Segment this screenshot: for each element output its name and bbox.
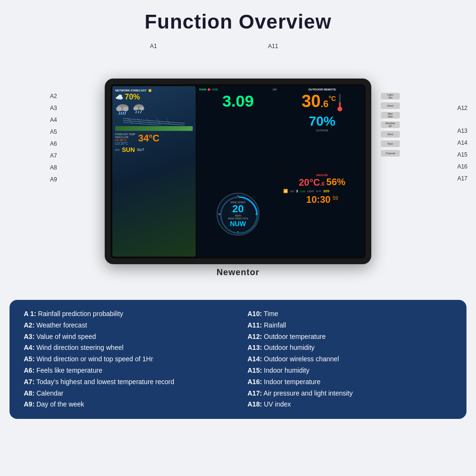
svg-line-5 <box>123 112 124 115</box>
info-item: A11: Rainfall <box>248 320 452 331</box>
alarm-label: Alarm <box>387 104 394 107</box>
indoor-temp-decimal: .6 <box>320 181 324 187</box>
device-screen: NETWORK FORECAST 📶 ☁️ 70% <box>110 84 366 258</box>
info-id: A6: <box>24 367 35 374</box>
info-id: A15: <box>248 367 262 374</box>
forecast-header: NETWORK FORECAST 📶 <box>115 89 193 92</box>
annotation-a15: A15 <box>457 151 467 158</box>
light-set-button[interactable]: Light Set <box>381 93 400 99</box>
rain-header: RAIN 🔴 NOW MM <box>199 88 277 91</box>
info-id: A17: <box>248 389 262 397</box>
uvi-value: 3 <box>296 189 298 193</box>
info-id: A2: <box>24 321 35 329</box>
annotation-a13: A13 <box>457 128 467 134</box>
date-value: 31/7 <box>137 148 144 152</box>
outdoor-temp: 30.6°C <box>301 93 336 110</box>
svg-line-11 <box>138 111 139 113</box>
light-value: 309 <box>323 189 329 193</box>
time-value: 10:30 <box>306 194 330 205</box>
annotation-a14: A14 <box>457 139 467 146</box>
info-id: A12: <box>248 333 262 340</box>
info-item: A 1: Rainfall prediction probability <box>24 308 228 320</box>
info-item: A15: Indoor humidity <box>248 365 452 377</box>
info-item: A16: Indoor temperature <box>248 377 452 388</box>
page-title: Function Overview <box>0 0 476 38</box>
indoor-temp: 20°C.6 <box>299 178 325 187</box>
svg-line-6 <box>125 112 126 115</box>
info-id: A13: <box>248 344 262 351</box>
network-forecast-label: NETWORK FORECAST <box>115 89 147 92</box>
info-item: A4: Wind direction steering wheel <box>24 342 228 354</box>
channel-button[interactable]: Channel <box>381 150 400 157</box>
annotation-a2: A2 <box>50 93 57 99</box>
info-id: A3: <box>24 333 35 340</box>
man-min-button[interactable]: Man /Min <box>381 112 400 119</box>
klux-label: KLUX <box>316 190 321 192</box>
weather-ap-label: Weather AP <box>386 122 396 128</box>
now-label: NOW <box>212 88 218 91</box>
annotation-a6: A6 <box>50 140 57 147</box>
lo-temp-val: 20°C <box>120 142 128 145</box>
svg-line-10 <box>136 111 137 113</box>
info-item: A2: Weather forecast <box>24 320 228 331</box>
weather-icons-row <box>115 103 193 115</box>
wind-compass: N S W E WIND SPEED 20 KM/H WIND DIR <box>217 193 259 236</box>
wind-button[interactable]: Wind <box>381 131 400 138</box>
info-item: A12: Outdoor temperature <box>248 331 452 343</box>
info-id: A10: <box>248 310 262 317</box>
man-min-label: Man /Min <box>388 112 393 118</box>
wind-center: WIND SPEED 20 KM/H WIND DIRECTION NUW <box>228 201 248 228</box>
device-buttons: Light Set Alarm Man /Min Weather AP Wind… <box>381 93 400 157</box>
annotation-a7: A7 <box>50 152 57 159</box>
info-id: A5: <box>24 355 35 363</box>
rain-section-label: RAIN <box>199 88 207 91</box>
outdoor-header: OUTDOOR REMOTE <box>283 88 361 91</box>
info-id: A14: <box>248 355 262 363</box>
indoor-temp-row: 20°C.6 56% <box>283 177 361 188</box>
svg-point-1 <box>116 107 122 111</box>
alarm-button[interactable]: Alarm <box>381 102 400 109</box>
svg-point-8 <box>133 107 138 110</box>
rain-drop-icon: 🔴 <box>208 88 210 91</box>
lo-temp: LO 20°C <box>115 142 135 145</box>
outdoor-temp-val: 30 <box>301 91 320 111</box>
wind-label: Wind <box>387 133 394 136</box>
info-id: A11: <box>248 321 262 329</box>
wind-rain-lines <box>115 117 193 125</box>
rain-section: RAIN 🔴 NOW MM 3.09 <box>197 86 280 171</box>
outdoor-temp-unit: °C <box>328 95 336 102</box>
uvi-label: UVI <box>290 190 294 193</box>
info-item: A17: Air pressure and light intensity <box>248 388 452 399</box>
info-id: A9: <box>24 400 35 408</box>
info-item: A18: UV index <box>248 399 452 410</box>
svg-point-2 <box>123 107 129 111</box>
forecast-section: NETWORK FORECAST 📶 ☁️ 70% <box>112 86 196 257</box>
wifi-icon: 📶 <box>149 89 151 92</box>
annotation-a11: A11 <box>268 43 278 50</box>
rain-mm-label: MM <box>273 88 277 91</box>
feels-like-value: 34°C <box>138 133 159 144</box>
time-seconds: 59 <box>333 196 338 201</box>
wind-speed-value: 20 <box>228 204 248 214</box>
info-item: A7: Today's highest and lowest temperatu… <box>24 377 228 388</box>
svg-point-9 <box>139 107 144 110</box>
annotation-a8: A8 <box>50 164 57 171</box>
day-row: DAY SUN 31/7 <box>115 146 193 153</box>
svg-line-4 <box>121 112 122 115</box>
indoor-temp-val: 20°C <box>299 177 320 188</box>
weather-ap-button[interactable]: Weather AP <box>381 121 400 128</box>
outdoor-humidity: 70% <box>283 114 361 129</box>
indoor-section: INDOOR 20°C.6 56% 📶 UVI 3 LOW LIGHT KLUX… <box>280 172 364 257</box>
wind-section: N S W E WIND SPEED 20 KM/H WIND DIR <box>197 172 280 257</box>
rain-button[interactable]: Rain <box>381 140 400 147</box>
diagram-area: A1 A11 A2 A3 A4 A5 A6 A7 A8 A9 A10 A18 A… <box>0 38 476 295</box>
rain-prob-icon: ☁️ <box>115 93 123 101</box>
uvi-low: LOW <box>300 190 305 193</box>
rain-probability: 70% <box>125 93 140 101</box>
annotation-a4: A4 <box>50 117 57 123</box>
channel-label: Channel <box>386 152 396 155</box>
info-id: A8: <box>24 389 35 397</box>
info-item: A8: Calendar <box>24 388 228 399</box>
light-set-label: Light Set <box>387 93 393 99</box>
info-id: A18: <box>248 400 262 408</box>
